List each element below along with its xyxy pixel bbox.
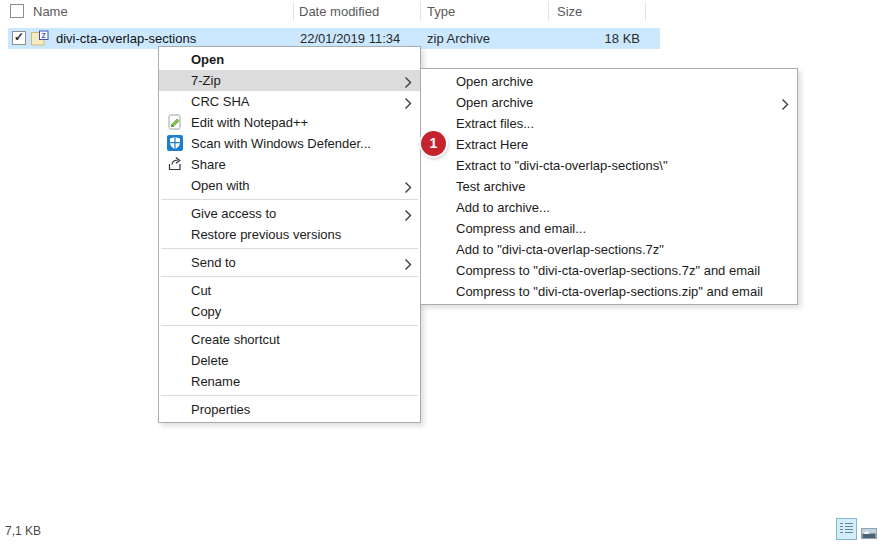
submenu-item-open-archive-2[interactable]: Open archive: [421, 92, 797, 113]
menu-item-label: Properties: [191, 402, 250, 417]
chevron-right-icon: [404, 207, 412, 220]
menu-separator: [161, 248, 418, 249]
details-view-button[interactable]: [836, 518, 857, 540]
column-divider[interactable]: [420, 2, 421, 21]
status-bar-size: 7,1 KB: [5, 524, 41, 538]
menu-item-rename[interactable]: Rename: [159, 371, 420, 392]
menu-item-label: Scan with Windows Defender...: [191, 136, 371, 151]
submenu-item-compress-and-email[interactable]: Compress and email...: [421, 218, 797, 239]
details-view-icon: [840, 521, 853, 538]
file-date-modified: 22/01/2019 11:34: [300, 31, 400, 46]
submenu-item-compress-to-7z-and-email[interactable]: Compress to "divi-cta-overlap-sections.7…: [421, 260, 797, 281]
column-divider[interactable]: [548, 2, 549, 21]
step-1-badge: 1: [421, 131, 446, 156]
column-header-date-modified[interactable]: Date modified: [299, 4, 379, 19]
menu-item-label: Test archive: [456, 179, 525, 194]
menu-item-label: Restore previous versions: [191, 227, 341, 242]
notepad-plus-icon: [167, 114, 183, 130]
svg-text:Z: Z: [42, 32, 47, 39]
menu-separator: [161, 276, 418, 277]
column-divider[interactable]: [645, 2, 646, 21]
column-header-size[interactable]: Size: [557, 4, 582, 19]
column-divider[interactable]: [293, 2, 294, 21]
file-type: zip Archive: [427, 31, 490, 46]
menu-item-copy[interactable]: Copy: [159, 301, 420, 322]
menu-item-label: Open archive: [456, 74, 533, 89]
menu-item-share[interactable]: Share: [159, 154, 420, 175]
menu-item-label: Add to "divi-cta-overlap-sections.7z": [456, 242, 664, 257]
menu-item-label: Cut: [191, 283, 211, 298]
thumbnails-view-button[interactable]: [861, 527, 877, 542]
chevron-right-icon: [404, 179, 412, 192]
menu-item-label: Compress to "divi-cta-overlap-sections.z…: [456, 284, 763, 299]
menu-item-label: Open archive: [456, 95, 533, 110]
menu-item-delete[interactable]: Delete: [159, 350, 420, 371]
menu-item-send-to[interactable]: Send to: [159, 252, 420, 273]
menu-item-open-with[interactable]: Open with: [159, 175, 420, 196]
menu-item-label: Open: [191, 52, 224, 67]
submenu-item-extract-files[interactable]: Extract files...: [421, 113, 797, 134]
context-menu: Open 7-Zip CRC SHA Edit with Notepad++: [158, 46, 421, 423]
zip-file-icon: Z: [30, 30, 49, 50]
menu-item-label: Extract Here: [456, 137, 528, 152]
share-icon: [167, 156, 183, 172]
menu-item-cut[interactable]: Cut: [159, 280, 420, 301]
menu-item-open[interactable]: Open: [159, 49, 420, 70]
menu-item-label: CRC SHA: [191, 94, 250, 109]
submenu-item-add-to-7z[interactable]: Add to "divi-cta-overlap-sections.7z": [421, 239, 797, 260]
thumbnails-view-icon: [861, 527, 877, 542]
menu-item-label: Extract to "divi-cta-overlap-sections\": [456, 158, 668, 173]
menu-item-scan-with-defender[interactable]: Scan with Windows Defender...: [159, 133, 420, 154]
submenu-item-extract-to-folder[interactable]: Extract to "divi-cta-overlap-sections\": [421, 155, 797, 176]
menu-separator: [161, 199, 418, 200]
menu-item-label: Create shortcut: [191, 332, 280, 347]
chevron-right-icon: [781, 96, 789, 109]
file-name: divi-cta-overlap-sections: [56, 31, 196, 46]
7zip-submenu: Open archive Open archive Extract files.…: [420, 68, 798, 305]
column-header-name[interactable]: Name: [33, 4, 68, 19]
menu-item-give-access-to[interactable]: Give access to: [159, 203, 420, 224]
menu-item-label: 7-Zip: [191, 73, 221, 88]
submenu-item-compress-to-zip-and-email[interactable]: Compress to "divi-cta-overlap-sections.z…: [421, 281, 797, 302]
menu-item-create-shortcut[interactable]: Create shortcut: [159, 329, 420, 350]
menu-item-label: Delete: [191, 353, 229, 368]
menu-item-7zip[interactable]: 7-Zip: [159, 70, 420, 91]
submenu-item-open-archive[interactable]: Open archive: [421, 71, 797, 92]
file-size: 18 KB: [560, 31, 640, 46]
menu-item-label: Edit with Notepad++: [191, 115, 308, 130]
menu-item-label: Add to archive...: [456, 200, 550, 215]
menu-item-crc-sha[interactable]: CRC SHA: [159, 91, 420, 112]
select-all-checkbox[interactable]: [10, 4, 24, 18]
submenu-item-extract-here[interactable]: Extract Here: [421, 134, 797, 155]
chevron-right-icon: [404, 256, 412, 269]
menu-item-label: Give access to: [191, 206, 276, 221]
menu-item-label: Compress to "divi-cta-overlap-sections.7…: [456, 263, 760, 278]
submenu-item-add-to-archive[interactable]: Add to archive...: [421, 197, 797, 218]
menu-item-edit-with-notepad[interactable]: Edit with Notepad++: [159, 112, 420, 133]
menu-item-label: Rename: [191, 374, 240, 389]
menu-item-label: Send to: [191, 255, 236, 270]
menu-item-label: Compress and email...: [456, 221, 586, 236]
menu-item-restore-previous-versions[interactable]: Restore previous versions: [159, 224, 420, 245]
menu-separator: [161, 395, 418, 396]
file-checkbox[interactable]: [12, 31, 26, 45]
chevron-right-icon: [404, 95, 412, 108]
menu-item-label: Open with: [191, 178, 250, 193]
chevron-right-icon: [404, 74, 412, 87]
windows-defender-icon: [167, 135, 183, 151]
menu-item-label: Extract files...: [456, 116, 534, 131]
menu-item-label: Share: [191, 157, 226, 172]
column-header-type[interactable]: Type: [427, 4, 455, 19]
menu-separator: [161, 325, 418, 326]
menu-item-properties[interactable]: Properties: [159, 399, 420, 420]
menu-item-label: Copy: [191, 304, 221, 319]
submenu-item-test-archive[interactable]: Test archive: [421, 176, 797, 197]
file-list-header: Name Date modified Type Size: [0, 0, 880, 24]
